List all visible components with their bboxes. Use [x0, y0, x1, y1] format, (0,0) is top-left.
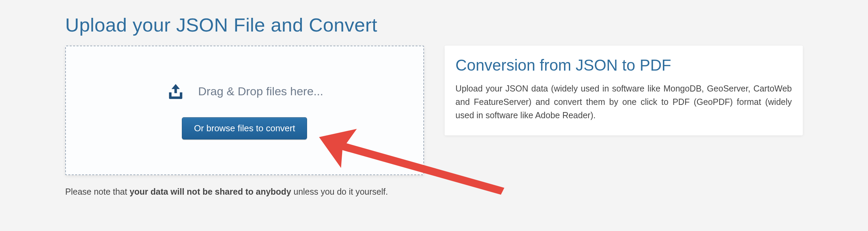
conversion-info-card: Conversion from JSON to PDF Upload your … — [445, 46, 803, 135]
page-title: Upload your JSON File and Convert — [65, 14, 803, 36]
browse-files-button[interactable]: Or browse files to convert — [182, 117, 307, 139]
file-dropzone[interactable]: Drag & Drop files here... Or browse file… — [65, 46, 424, 175]
note-suffix: unless you do it yourself. — [291, 187, 388, 196]
drop-text: Drag & Drop files here... — [198, 85, 323, 98]
info-title: Conversion from JSON to PDF — [456, 56, 792, 74]
note-prefix: Please note that — [65, 187, 130, 196]
info-body: Upload your JSON data (widely used in so… — [456, 82, 792, 122]
upload-icon — [166, 82, 186, 101]
privacy-note: Please note that your data will not be s… — [65, 187, 803, 197]
drop-prompt-row: Drag & Drop files here... — [166, 82, 323, 101]
content-row: Drag & Drop files here... Or browse file… — [65, 46, 803, 175]
note-bold: your data will not be shared to anybody — [130, 187, 291, 196]
